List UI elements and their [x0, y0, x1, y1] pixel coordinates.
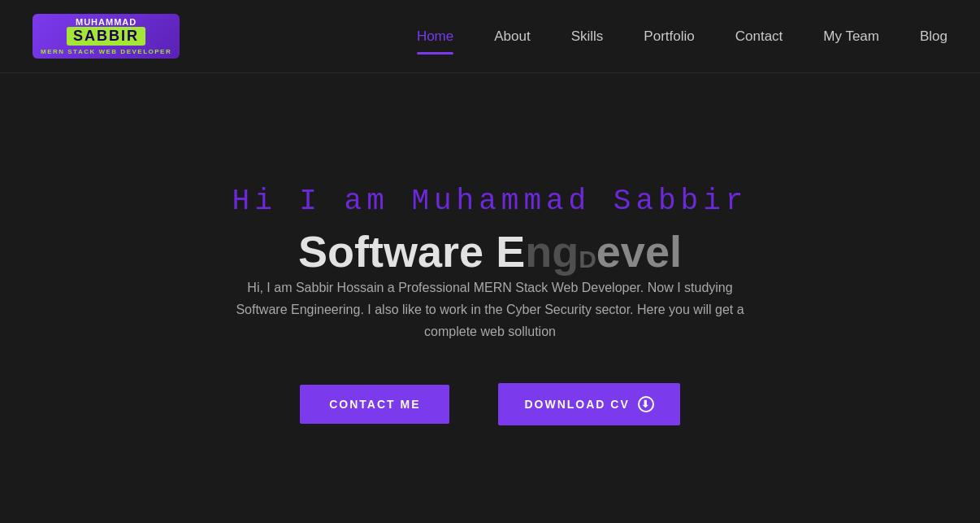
- navbar: MUHAMMAD SABBIR MERN STACK WEB DEVELOPER…: [0, 0, 980, 73]
- hero-title-part1: Software E: [298, 226, 525, 277]
- nav-link-portfolio[interactable]: Portfolio: [644, 28, 694, 48]
- download-cv-button[interactable]: DOWNLOAD CV ⬇: [498, 383, 679, 425]
- download-cv-label: DOWNLOAD CV: [524, 398, 629, 411]
- nav-item-myteam[interactable]: My Team: [823, 28, 879, 45]
- hero-title-part2: ng: [525, 226, 579, 277]
- nav-link-contact[interactable]: Contact: [735, 28, 783, 48]
- download-icon: ⬇: [638, 396, 654, 412]
- hero-title-subscript: D: [579, 246, 596, 277]
- nav-link-myteam[interactable]: My Team: [823, 28, 879, 48]
- logo-name-top: MUHAMMAD: [76, 17, 137, 27]
- nav-link-blog[interactable]: Blog: [920, 28, 947, 48]
- contact-me-button[interactable]: CONTACT ME: [300, 385, 449, 424]
- nav-item-skills[interactable]: Skills: [571, 28, 604, 45]
- nav-link-home[interactable]: Home: [417, 28, 453, 48]
- nav-link-skills[interactable]: Skills: [571, 28, 604, 48]
- hero-title: Software E ng D evel: [298, 226, 682, 277]
- nav-item-portfolio[interactable]: Portfolio: [644, 28, 694, 45]
- nav-item-blog[interactable]: Blog: [920, 28, 947, 45]
- hero-title-part3: evel: [596, 226, 682, 277]
- nav-link-about[interactable]: About: [494, 28, 530, 48]
- logo-subtitle: MERN STACK WEB DEVELOPER: [41, 48, 171, 55]
- nav-item-home[interactable]: Home: [417, 28, 453, 45]
- logo-name-main: SABBIR: [67, 27, 145, 46]
- nav-links: Home About Skills Portfolio Contact My T…: [417, 28, 947, 45]
- hero-description: Hi, I am Sabbir Hossain a Professional M…: [226, 277, 754, 343]
- logo[interactable]: MUHAMMAD SABBIR MERN STACK WEB DEVELOPER: [33, 14, 180, 59]
- hero-greeting: Hi I am Muhammad Sabbir: [232, 185, 748, 218]
- hero-section: Hi I am Muhammad Sabbir Software E ng D …: [0, 73, 980, 521]
- nav-item-contact[interactable]: Contact: [735, 28, 783, 45]
- nav-item-about[interactable]: About: [494, 28, 530, 45]
- hero-buttons: CONTACT ME DOWNLOAD CV ⬇: [300, 383, 680, 425]
